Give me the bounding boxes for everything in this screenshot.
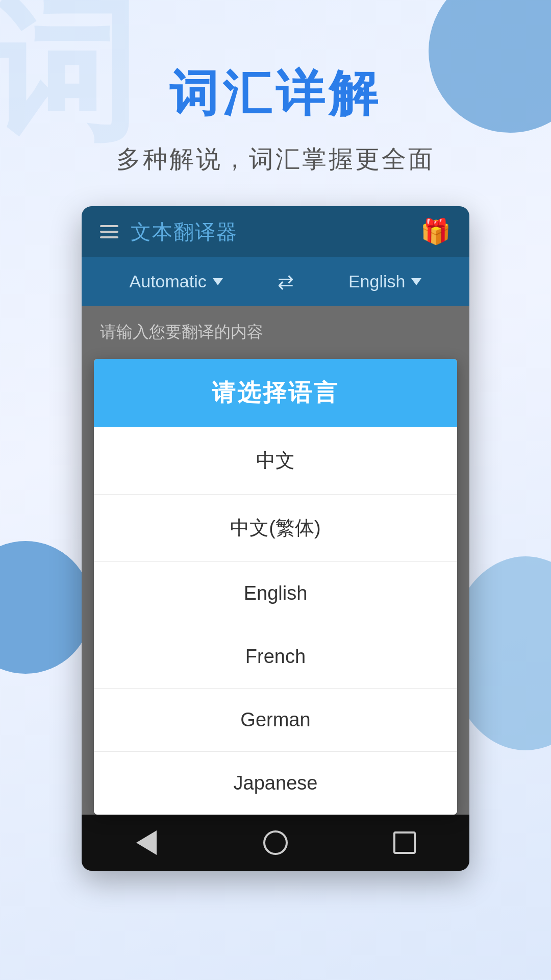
lang-option-chinese[interactable]: 中文 — [94, 427, 457, 495]
input-hint[interactable]: 请输入您要翻译的内容 — [82, 306, 469, 359]
swap-icon[interactable]: ⇄ — [278, 271, 294, 293]
lang-bar: Automatic ⇄ English — [82, 257, 469, 306]
target-lang-label: English — [348, 272, 406, 291]
app-header-left: 文本翻译器 — [100, 218, 238, 246]
app-title: 文本翻译器 — [131, 218, 238, 246]
main-title: 词汇详解 — [0, 61, 551, 128]
back-button[interactable] — [126, 827, 167, 858]
hamburger-icon[interactable] — [100, 225, 118, 238]
gift-icon[interactable]: 🎁 — [420, 217, 451, 246]
lang-dialog: 请选择语言 中文 中文(繁体) English French German Ja… — [94, 359, 457, 815]
dialog-body: 中文 中文(繁体) English French German Japanese — [94, 427, 457, 815]
target-lang-selector[interactable]: English — [348, 272, 422, 291]
bottom-nav — [82, 815, 469, 871]
recents-button[interactable] — [384, 827, 425, 858]
dialog-overlay: 请选择语言 中文 中文(繁体) English French German Ja… — [82, 359, 469, 815]
app-header: 文本翻译器 🎁 — [82, 206, 469, 257]
content-area: 请输入您要翻译的内容 请选择语言 中文 中文(繁体) English Frenc… — [82, 306, 469, 815]
phone-frame: 文本翻译器 🎁 Automatic ⇄ English 请输入您要翻译的内容 请… — [82, 206, 469, 871]
home-button[interactable] — [255, 827, 296, 858]
lang-option-french[interactable]: French — [94, 625, 457, 689]
dialog-title: 请选择语言 — [104, 377, 447, 409]
recents-icon — [393, 831, 416, 854]
home-icon — [263, 830, 288, 855]
top-section: 词汇详解 多种解说，词汇掌握更全面 — [0, 0, 551, 206]
dialog-header: 请选择语言 — [94, 359, 457, 427]
back-icon — [136, 830, 157, 855]
source-lang-label: Automatic — [130, 272, 207, 291]
lang-option-japanese[interactable]: Japanese — [94, 752, 457, 815]
lang-option-english[interactable]: English — [94, 562, 457, 625]
subtitle: 多种解说，词汇掌握更全面 — [0, 143, 551, 176]
bg-circle-bottom-left — [0, 541, 92, 674]
lang-option-chinese-traditional[interactable]: 中文(繁体) — [94, 495, 457, 562]
source-lang-selector[interactable]: Automatic — [130, 272, 223, 291]
lang-option-german[interactable]: German — [94, 689, 457, 752]
source-lang-dropdown-arrow — [213, 278, 223, 285]
target-lang-dropdown-arrow — [411, 278, 421, 285]
